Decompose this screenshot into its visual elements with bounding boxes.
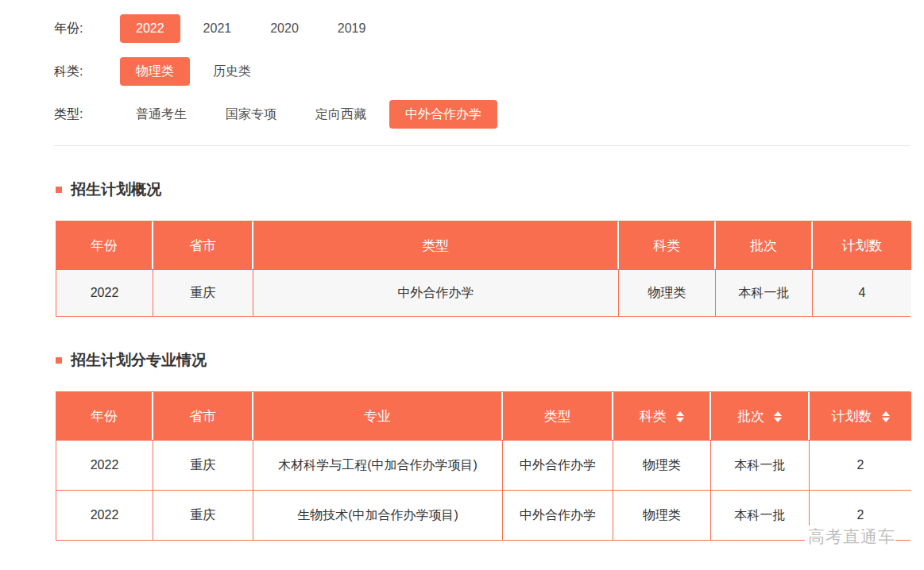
column-header: 专业 bbox=[253, 392, 503, 440]
column-header-label: 计划数 bbox=[842, 238, 883, 253]
filter-label: 年份: bbox=[54, 21, 120, 37]
column-header-label: 计划数 bbox=[832, 409, 872, 424]
plan-table: 年份省市类型科类批次计划数2022重庆中外合作办学物理类本科一批4 bbox=[56, 221, 910, 317]
table-cell: 重庆 bbox=[153, 440, 253, 490]
table-cell: 中外合作办学 bbox=[503, 490, 613, 540]
column-header[interactable]: 计划数 bbox=[810, 392, 911, 440]
divider bbox=[54, 145, 910, 146]
column-header: 省市 bbox=[153, 221, 253, 269]
table-cell: 生物技术(中加合作办学项目) bbox=[253, 490, 503, 540]
column-header-label: 批次 bbox=[737, 409, 764, 424]
table-cell: 2022 bbox=[56, 269, 153, 316]
column-header: 类型 bbox=[503, 392, 613, 440]
column-header-label: 年份 bbox=[91, 409, 118, 424]
column-header-label: 类型 bbox=[544, 409, 571, 424]
table-row: 2022重庆生物技术(中加合作办学项目)中外合作办学物理类本科一批2 bbox=[56, 490, 911, 540]
table-cell: 物理类 bbox=[619, 269, 716, 316]
column-header: 年份 bbox=[56, 392, 153, 440]
filter-option[interactable]: 2020 bbox=[254, 14, 315, 43]
table-cell: 2022 bbox=[56, 440, 153, 490]
filter-option[interactable]: 2022 bbox=[120, 14, 180, 43]
column-header: 类型 bbox=[253, 221, 619, 269]
column-header[interactable]: 批次 bbox=[711, 392, 810, 440]
table-cell: 物理类 bbox=[613, 440, 711, 490]
admission-plan-page: 年份:2022202120202019科类:物理类历史类类型:普通考生国家专项定… bbox=[0, 0, 924, 570]
filter-option[interactable]: 国家专项 bbox=[210, 100, 292, 129]
section-header: 招生计划概况 bbox=[56, 179, 924, 200]
sort-icon[interactable] bbox=[882, 411, 890, 422]
filter-options: 物理类历史类 bbox=[120, 57, 274, 86]
column-header: 科类 bbox=[619, 221, 716, 269]
filter-row: 科类:物理类历史类 bbox=[54, 57, 924, 86]
section-bullet-icon bbox=[56, 357, 62, 364]
column-header-label: 科类 bbox=[640, 409, 667, 424]
table-cell: 2 bbox=[810, 440, 911, 490]
table-header-row: 年份省市专业类型科类批次计划数 bbox=[56, 392, 911, 440]
column-header-label: 年份 bbox=[91, 238, 118, 253]
section-bullet-icon bbox=[56, 187, 62, 193]
table-cell: 本科一批 bbox=[711, 440, 810, 490]
table-cell: 中外合作办学 bbox=[253, 269, 619, 316]
caret-down-icon bbox=[676, 418, 684, 422]
column-header[interactable]: 科类 bbox=[613, 392, 711, 440]
filter-option[interactable]: 定向西藏 bbox=[300, 100, 382, 129]
sections-container: 招生计划概况年份省市类型科类批次计划数2022重庆中外合作办学物理类本科一批4招… bbox=[54, 179, 924, 541]
plan-table: 年份省市专业类型科类批次计划数2022重庆木材科学与工程(中加合作办学项目)中外… bbox=[56, 391, 910, 541]
table-cell: 中外合作办学 bbox=[503, 440, 613, 490]
column-header: 批次 bbox=[716, 221, 813, 269]
filter-option[interactable]: 历史类 bbox=[197, 57, 267, 86]
table-cell: 本科一批 bbox=[711, 490, 810, 540]
table-cell: 重庆 bbox=[153, 490, 253, 540]
sort-icon[interactable] bbox=[774, 411, 782, 422]
table-header-row: 年份省市类型科类批次计划数 bbox=[56, 221, 911, 269]
filter-option[interactable]: 物理类 bbox=[120, 57, 190, 86]
column-header-label: 省市 bbox=[189, 409, 216, 424]
table-cell: 木材科学与工程(中加合作办学项目) bbox=[253, 440, 503, 490]
table-cell: 本科一批 bbox=[716, 269, 813, 316]
data-table: 年份省市专业类型科类批次计划数2022重庆木材科学与工程(中加合作办学项目)中外… bbox=[56, 392, 911, 540]
filter-option[interactable]: 普通考生 bbox=[120, 100, 203, 129]
caret-up-icon bbox=[774, 411, 782, 416]
table-row: 2022重庆中外合作办学物理类本科一批4 bbox=[56, 269, 911, 316]
caret-down-icon bbox=[774, 418, 782, 422]
column-header: 年份 bbox=[56, 221, 153, 269]
data-table: 年份省市类型科类批次计划数2022重庆中外合作办学物理类本科一批4 bbox=[56, 221, 911, 316]
column-header: 计划数 bbox=[813, 221, 911, 269]
caret-up-icon bbox=[676, 411, 684, 416]
caret-down-icon bbox=[882, 418, 890, 422]
filter-label: 类型: bbox=[54, 106, 120, 123]
section-title: 招生计划概况 bbox=[71, 179, 161, 200]
filter-option[interactable]: 中外合作办学 bbox=[389, 100, 497, 129]
column-header: 省市 bbox=[153, 392, 253, 440]
filter-option[interactable]: 2019 bbox=[322, 14, 382, 43]
filter-option[interactable]: 2021 bbox=[188, 14, 248, 43]
column-header-label: 专业 bbox=[364, 409, 391, 424]
filter-options: 普通考生国家专项定向西藏中外合作办学 bbox=[120, 100, 505, 129]
filter-row: 年份:2022202120202019 bbox=[54, 14, 924, 43]
filter-panel: 年份:2022202120202019科类:物理类历史类类型:普通考生国家专项定… bbox=[54, 14, 924, 129]
section-title: 招生计划分专业情况 bbox=[71, 350, 207, 371]
filter-options: 2022202120202019 bbox=[120, 14, 389, 43]
watermark: 高考直通车 bbox=[805, 526, 895, 548]
table-cell: 2022 bbox=[56, 490, 153, 540]
column-header-label: 省市 bbox=[189, 238, 216, 253]
filter-row: 类型:普通考生国家专项定向西藏中外合作办学 bbox=[54, 100, 924, 129]
table-cell: 重庆 bbox=[153, 269, 253, 316]
table-cell: 物理类 bbox=[613, 490, 711, 540]
column-header-label: 类型 bbox=[422, 238, 449, 253]
section-header: 招生计划分专业情况 bbox=[56, 350, 924, 371]
column-header-label: 批次 bbox=[750, 238, 777, 253]
table-row: 2022重庆木材科学与工程(中加合作办学项目)中外合作办学物理类本科一批2 bbox=[56, 440, 911, 490]
column-header-label: 科类 bbox=[653, 238, 680, 253]
caret-up-icon bbox=[882, 411, 890, 416]
filter-label: 科类: bbox=[54, 64, 120, 80]
sort-icon[interactable] bbox=[676, 411, 684, 422]
table-cell: 4 bbox=[813, 269, 911, 316]
